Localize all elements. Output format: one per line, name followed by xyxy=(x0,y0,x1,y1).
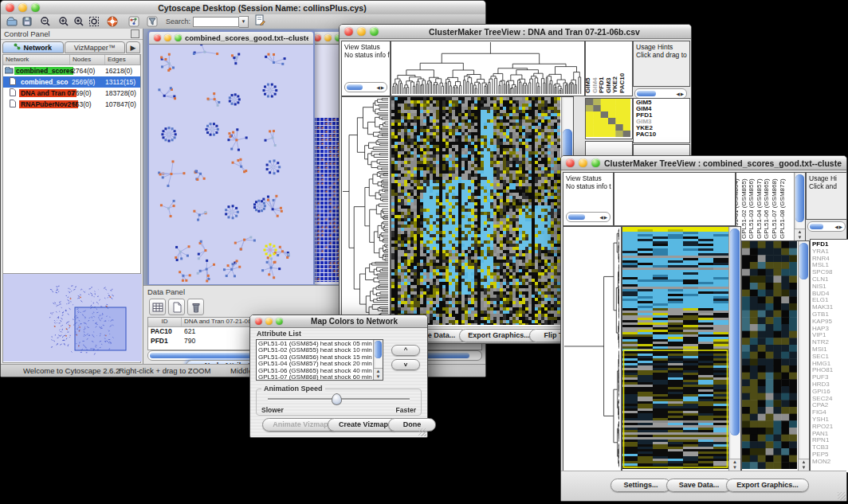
zoom-heatmap[interactable]: ▲▼ xyxy=(741,240,810,471)
network-graph-view[interactable] xyxy=(149,45,310,283)
scroll-thumb[interactable] xyxy=(347,84,363,90)
doc-icon xyxy=(10,77,19,87)
network-table-row[interactable]: RNAPuberNov2+!563(0)107847(0) xyxy=(3,99,140,110)
close-button[interactable] xyxy=(255,318,262,325)
usage-hints-scrollbar[interactable]: ◀▶ xyxy=(807,221,846,232)
view-status-scrollbar[interactable]: ◀▶ xyxy=(344,82,387,92)
save-disk-icon[interactable] xyxy=(21,16,33,28)
close-button[interactable] xyxy=(344,27,353,36)
scroll-thumb[interactable] xyxy=(799,243,808,279)
frame-close-button[interactable] xyxy=(154,34,161,41)
zoom-out-icon[interactable] xyxy=(39,16,51,28)
network-table-row[interactable]: combined_sco2569(6)13112(15) xyxy=(3,76,140,88)
view-status-scrollbar[interactable]: ◀▶ xyxy=(566,212,610,222)
birdseye-view[interactable] xyxy=(3,273,140,362)
frame-zoom-button[interactable] xyxy=(175,34,182,41)
attribute-list[interactable]: GPL51-01 (GSM854) heat shock 05 minGPL51… xyxy=(256,339,383,381)
frame-close-button[interactable] xyxy=(314,34,321,41)
column-header[interactable]: Nodes xyxy=(70,55,105,64)
attribute-list-scrollbar[interactable]: ▲▼ xyxy=(373,340,383,380)
move-down-button[interactable]: v xyxy=(391,359,420,370)
network-overview-icon[interactable] xyxy=(128,16,139,28)
zoom-button[interactable] xyxy=(370,27,379,36)
scroll-thumb[interactable] xyxy=(795,174,804,222)
folder-icon xyxy=(5,67,14,76)
network-name: combined_scores xyxy=(14,67,73,75)
zoom-heatmap[interactable] xyxy=(585,98,633,139)
global-heatmap[interactable]: ▲▼ xyxy=(622,226,741,471)
attribute-grid-button[interactable] xyxy=(149,299,166,315)
save-data--button[interactable]: Save Data... xyxy=(666,479,732,492)
minimize-button[interactable] xyxy=(579,158,587,167)
row-dendrogram[interactable] xyxy=(563,226,622,471)
close-button[interactable] xyxy=(566,158,575,167)
nodes-count: 2764(0) xyxy=(72,67,95,75)
attribute-list-item[interactable]: GPL51-07 (GSM868) heat shock 60 min xyxy=(258,374,381,381)
network-name: RNAPuberNov2+! xyxy=(19,100,78,108)
frame-minimize-button[interactable] xyxy=(164,34,171,41)
search-dropdown-icon[interactable]: ▼ xyxy=(239,16,249,28)
status-hint-zoom: Right-click + drag to ZOOM xyxy=(119,366,210,375)
resize-grip[interactable] xyxy=(418,428,426,436)
float-panel-icon[interactable] xyxy=(131,29,139,38)
zoom-button[interactable] xyxy=(31,3,40,12)
scroll-thumb[interactable] xyxy=(730,229,740,436)
column-header[interactable]: Edges xyxy=(105,55,140,64)
done-button[interactable]: Done xyxy=(388,418,436,432)
new-document-button[interactable] xyxy=(168,299,185,315)
dialog-titlebar[interactable]: Map Colors to Network xyxy=(250,315,427,328)
column-header[interactable]: ID xyxy=(148,318,182,326)
cytoscape-titlebar[interactable]: Cytoscape Desktop (Session Name: collins… xyxy=(1,1,485,15)
search-input[interactable] xyxy=(193,17,239,27)
treeview1-titlebar[interactable]: ClusterMaker TreeView : DNA and Tran 07-… xyxy=(340,25,691,39)
open-folder-icon[interactable] xyxy=(6,16,18,28)
network-table-row[interactable]: combined_scores2764(0)16218(0) xyxy=(3,65,140,76)
export-graphics--button[interactable]: Export Graphics... xyxy=(726,479,809,492)
zoom-in-icon[interactable] xyxy=(57,16,69,28)
scroll-thumb[interactable] xyxy=(375,341,382,358)
annotate-document-icon[interactable] xyxy=(253,14,265,26)
zoom-fit-icon[interactable] xyxy=(88,16,100,28)
zoom-button[interactable] xyxy=(276,318,283,325)
move-up-button[interactable]: ^ xyxy=(391,345,420,356)
scroll-thumb[interactable] xyxy=(568,214,585,220)
export-graphics--button[interactable]: Export Graphics... xyxy=(459,329,539,342)
treeview2-titlebar[interactable]: ClusterMaker TreeView : combined_scores_… xyxy=(561,156,846,170)
heatmap-vscrollbar[interactable]: ▲▼ xyxy=(728,227,740,471)
column-dendrogram[interactable] xyxy=(391,41,585,96)
scroll-thumb[interactable] xyxy=(637,91,656,96)
frame-minimize-button[interactable] xyxy=(324,34,332,41)
trash-button[interactable] xyxy=(187,299,204,315)
scroll-thumb[interactable] xyxy=(810,224,823,229)
filter-funnel-icon[interactable] xyxy=(146,16,158,28)
slower-label: Slower xyxy=(261,406,284,414)
zoom-button[interactable] xyxy=(591,158,600,167)
row-dendrogram[interactable] xyxy=(341,96,391,327)
column-header[interactable]: Network xyxy=(3,55,70,64)
column-dendrogram[interactable] xyxy=(614,172,736,226)
speed-slider-thumb[interactable] xyxy=(332,393,342,405)
minimize-button[interactable] xyxy=(265,318,273,325)
zoom-row-labels: PFD1YRA1RNR4MSL1SPC98CLN1NIS1BUD4ELG1MAK… xyxy=(810,239,848,473)
tab-label: Network xyxy=(23,44,52,52)
global-heatmap[interactable]: ▲▼ xyxy=(391,96,574,327)
network-name: combined_sco xyxy=(19,78,70,86)
help-lifering-icon[interactable] xyxy=(106,16,118,28)
control-panel: Control Panel NetworkVizMapper™▶ Network… xyxy=(1,29,143,365)
doc-icon xyxy=(10,100,19,109)
minimize-button[interactable] xyxy=(18,3,27,12)
resize-grip[interactable] xyxy=(838,492,846,500)
network-frame-title: combined_scores_good.txt--cluste... xyxy=(185,33,308,42)
tab--[interactable]: ▶ xyxy=(126,41,140,53)
status-welcome: Welcome to Cytoscape 2.6.2 xyxy=(23,366,120,375)
column-labels-scrollbar[interactable]: ▲▼ xyxy=(794,173,805,240)
settings--button[interactable]: Settings... xyxy=(610,479,671,492)
network-table-row[interactable]: DNA and Tran 07769(0)183728(0) xyxy=(3,88,140,99)
tab-network[interactable]: Network xyxy=(2,41,64,53)
network-table-header: NetworkNodesEdges xyxy=(3,55,140,65)
minimize-button[interactable] xyxy=(357,27,366,36)
close-button[interactable] xyxy=(6,3,14,12)
zoom-vscrollbar[interactable]: ▲▼ xyxy=(798,241,809,471)
zoom-selected-icon[interactable] xyxy=(73,16,84,28)
tab-vizmapper-[interactable]: VizMapper™ xyxy=(65,41,126,53)
